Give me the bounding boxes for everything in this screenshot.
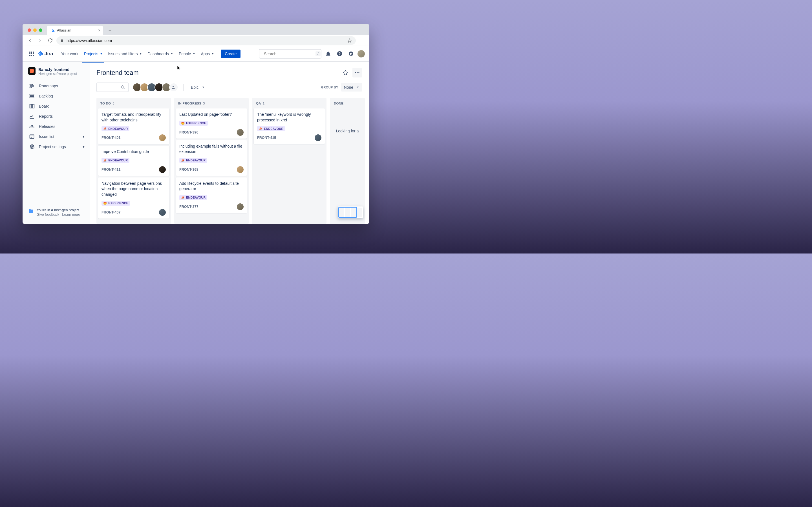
search-input[interactable] bbox=[264, 52, 313, 56]
issue-key: FRONT-415 bbox=[257, 136, 276, 140]
nav-apps[interactable]: Apps▼ bbox=[199, 50, 216, 58]
profile-avatar[interactable] bbox=[357, 50, 365, 57]
star-board-button[interactable] bbox=[341, 68, 350, 77]
assignee-avatar[interactable] bbox=[237, 166, 244, 173]
url-text: https://www.atlassian.com bbox=[66, 38, 112, 43]
sidebar-item-board[interactable]: Board bbox=[26, 101, 88, 111]
assignee-avatar[interactable] bbox=[159, 134, 166, 141]
back-button[interactable] bbox=[26, 37, 34, 45]
svg-point-14 bbox=[355, 72, 356, 73]
issue-card[interactable]: Target formats and interoperability with… bbox=[98, 108, 169, 144]
assignee-avatar[interactable] bbox=[159, 209, 166, 216]
svg-rect-4 bbox=[30, 86, 34, 87]
epic-filter[interactable]: Epic▼ bbox=[189, 83, 207, 91]
new-tab-button[interactable]: + bbox=[106, 26, 114, 34]
notifications-icon[interactable] bbox=[324, 49, 333, 58]
learn-more-link[interactable]: Learn more bbox=[62, 213, 80, 217]
close-window-icon[interactable] bbox=[28, 29, 31, 32]
issue-key: FRONT-407 bbox=[101, 210, 120, 214]
svg-rect-3 bbox=[30, 84, 33, 85]
epic-tag[interactable]: ⛵ENDEAVOUR bbox=[101, 158, 130, 163]
epic-tag[interactable]: ⛵ENDEAVOUR bbox=[179, 195, 207, 200]
sidebar-item-backlog[interactable]: Backlog bbox=[26, 91, 88, 101]
browser-menu-icon[interactable]: ⋮ bbox=[358, 38, 366, 43]
jira-logo[interactable]: Jira bbox=[37, 51, 53, 57]
reports-icon bbox=[29, 114, 35, 119]
reload-button[interactable] bbox=[46, 37, 54, 45]
nav-projects[interactable]: Projects▼ bbox=[82, 50, 105, 58]
browser-tabbar: Atlassian × + bbox=[22, 24, 369, 35]
lock-icon bbox=[60, 39, 64, 42]
nav-your-work[interactable]: Your work bbox=[59, 50, 81, 58]
maximize-window-icon[interactable] bbox=[39, 29, 42, 32]
add-people-button[interactable] bbox=[169, 83, 178, 92]
project-subtitle: Next-gen software project bbox=[38, 72, 77, 76]
board-icon bbox=[29, 103, 35, 109]
nav-issues[interactable]: Issues and filters▼ bbox=[106, 50, 144, 58]
card-title: Including example fails without a file e… bbox=[179, 144, 244, 155]
url-bar[interactable]: https://www.atlassian.com bbox=[56, 36, 356, 45]
svg-rect-11 bbox=[33, 104, 34, 108]
issue-card[interactable]: The 'menu' keyword is wrongly processed … bbox=[254, 108, 325, 144]
svg-rect-7 bbox=[30, 96, 34, 96]
roadmap-icon bbox=[29, 83, 35, 89]
forward-button[interactable] bbox=[36, 37, 44, 45]
svg-rect-6 bbox=[30, 94, 34, 95]
give-feedback-link[interactable]: Give feedback bbox=[37, 213, 59, 217]
epic-tag[interactable]: ⛵ENDEAVOUR bbox=[179, 158, 207, 163]
address-bar: https://www.atlassian.com ⋮ bbox=[22, 35, 369, 46]
atlassian-favicon bbox=[51, 29, 55, 33]
issue-card[interactable]: Navigation between page versions when th… bbox=[98, 177, 169, 219]
epic-tag[interactable]: ⛵ENDEAVOUR bbox=[257, 126, 285, 131]
column-header[interactable]: DONE bbox=[332, 102, 363, 108]
issue-card[interactable]: Add lifecycle events to default site gen… bbox=[176, 177, 247, 213]
issue-card[interactable]: Improve Contribution guide ⛵ENDEAVOUR FR… bbox=[98, 146, 169, 176]
card-title: Target formats and interoperability with… bbox=[101, 112, 166, 123]
settings-icon[interactable] bbox=[346, 49, 355, 58]
create-button[interactable]: Create bbox=[221, 50, 241, 58]
sidebar-footer: You're in a next-gen project Give feedba… bbox=[26, 206, 88, 221]
board-minimap[interactable] bbox=[338, 207, 363, 218]
sidebar-item-project-settings[interactable]: Project settings▼ bbox=[26, 142, 88, 152]
column-header[interactable]: IN PROGRESS3 bbox=[176, 102, 247, 108]
sidebar-item-roadmaps[interactable]: Roadmaps bbox=[26, 81, 88, 91]
nav-dashboards[interactable]: Dashboards▼ bbox=[145, 50, 175, 58]
issue-key: FRONT-377 bbox=[179, 205, 198, 209]
assignee-filter bbox=[133, 83, 178, 92]
assignee-avatar[interactable] bbox=[237, 203, 244, 210]
epic-tag[interactable]: 😍EXPERIENCE bbox=[101, 201, 130, 206]
board-search[interactable] bbox=[96, 82, 129, 92]
project-header[interactable]: Banc.ly frontend Next-gen software proje… bbox=[26, 67, 88, 81]
chevron-down-icon: ▼ bbox=[193, 52, 195, 55]
issue-list-icon bbox=[29, 134, 35, 139]
group-by-select[interactable]: None▼ bbox=[341, 83, 362, 92]
epic-tag[interactable]: ⛵ENDEAVOUR bbox=[101, 126, 130, 131]
assignee-avatar[interactable] bbox=[237, 129, 244, 136]
backlog-icon bbox=[29, 93, 35, 99]
epic-tag[interactable]: 😍EXPERIENCE bbox=[179, 121, 208, 126]
minimize-window-icon[interactable] bbox=[33, 29, 37, 32]
column-header[interactable]: TO DO5 bbox=[98, 102, 169, 108]
nav-right: / ? bbox=[259, 49, 365, 59]
browser-tab[interactable]: Atlassian × bbox=[47, 25, 103, 35]
sidebar-item-releases[interactable]: Releases bbox=[26, 121, 88, 131]
svg-rect-5 bbox=[30, 87, 32, 88]
nav-items: Your work Projects▼ Issues and filters▼ … bbox=[59, 50, 241, 58]
close-tab-icon[interactable]: × bbox=[98, 28, 100, 33]
chevron-down-icon: ▼ bbox=[82, 145, 85, 149]
sidebar-item-reports[interactable]: Reports bbox=[26, 111, 88, 121]
issue-card[interactable]: Including example fails without a file e… bbox=[176, 140, 247, 176]
global-search[interactable]: / bbox=[259, 49, 321, 59]
nav-people[interactable]: People▼ bbox=[176, 50, 198, 58]
bookmark-icon[interactable] bbox=[347, 38, 352, 43]
more-actions-button[interactable] bbox=[352, 68, 362, 77]
sidebar-item-issue-list[interactable]: Issue list▼ bbox=[26, 131, 88, 142]
app-switcher-icon[interactable] bbox=[27, 49, 36, 58]
column-header[interactable]: QA1 bbox=[254, 102, 325, 108]
assignee-avatar[interactable] bbox=[159, 166, 166, 173]
chevron-down-icon: ▼ bbox=[202, 86, 204, 89]
help-icon[interactable]: ? bbox=[335, 49, 344, 58]
assignee-avatar[interactable] bbox=[315, 134, 321, 141]
browser-window: Atlassian × + https://www.atlassian.com … bbox=[22, 24, 369, 224]
issue-card[interactable]: Last Updated on page-footer? 😍EXPERIENCE… bbox=[176, 108, 247, 138]
